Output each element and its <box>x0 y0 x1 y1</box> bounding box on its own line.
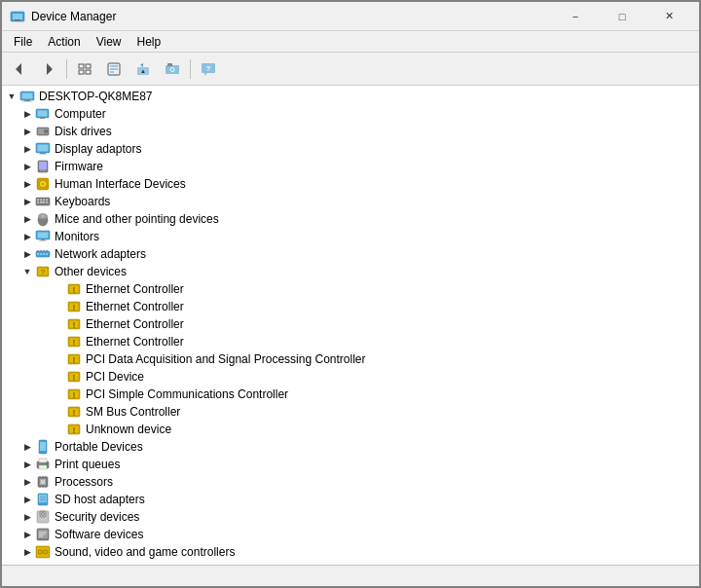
expand-disk[interactable]: ▶ <box>19 124 35 139</box>
svg-marker-4 <box>16 63 21 75</box>
svg-text:?: ? <box>206 64 211 73</box>
svg-rect-3 <box>13 20 22 21</box>
update-button[interactable]: ▲ <box>129 56 157 82</box>
svg-rect-103 <box>39 465 47 469</box>
svg-rect-23 <box>22 93 33 99</box>
expand-mice[interactable]: ▶ <box>19 211 35 227</box>
svg-rect-46 <box>43 200 45 202</box>
svg-point-42 <box>42 183 45 186</box>
tree-item-eth1[interactable]: ▶ ! Ethernet Controller <box>2 280 699 298</box>
expand-hid[interactable]: ▶ <box>19 176 35 192</box>
tree-item-monitors[interactable]: ▶ Monitors <box>2 228 699 245</box>
scan-button[interactable] <box>159 56 186 82</box>
back-button[interactable] <box>6 56 33 82</box>
tree-item-mice[interactable]: ▶ Mice and other pointing devices <box>2 210 699 228</box>
svg-text:!: ! <box>73 338 76 348</box>
close-button[interactable]: ✕ <box>646 2 691 31</box>
tree-item-firmware[interactable]: ▶ Firmware <box>2 158 699 175</box>
menu-action[interactable]: Action <box>40 33 88 51</box>
tree-item-pci-simple[interactable]: ▶ ! PCI Simple Communications Controller <box>2 386 699 403</box>
tree-item-root[interactable]: ▼ DESKTOP-QK8ME87 <box>2 88 699 105</box>
expand-computer[interactable]: ▶ <box>19 106 35 122</box>
tree-item-sd[interactable]: ▶ SD host adapters <box>2 491 699 508</box>
menu-view[interactable]: View <box>89 33 129 51</box>
separator-1 <box>66 59 67 79</box>
expand-root[interactable]: ▼ <box>4 89 19 104</box>
tree-item-unknown[interactable]: ▶ ! Unknown device <box>2 421 699 438</box>
expand-sd[interactable]: ▶ <box>19 492 35 507</box>
tree-item-display[interactable]: ▶ Display adaptors <box>2 140 699 158</box>
svg-rect-45 <box>40 200 42 202</box>
tree-item-other[interactable]: ▼ ? Other devices <box>2 263 699 280</box>
svg-rect-44 <box>37 200 39 202</box>
expand-network[interactable]: ▶ <box>19 246 35 262</box>
minimize-button[interactable]: − <box>553 2 598 31</box>
view-button[interactable] <box>71 56 98 82</box>
network-label: Network adapters <box>55 247 146 261</box>
svg-point-104 <box>46 463 48 465</box>
keyboards-label: Keyboards <box>55 195 110 208</box>
tree-item-pci-dev[interactable]: ▶ ! PCI Device <box>2 368 699 386</box>
expand-keyboards[interactable]: ▶ <box>19 194 35 209</box>
menu-file[interactable]: File <box>6 33 40 51</box>
proc-label: Processors <box>55 475 113 489</box>
mice-icon <box>35 211 51 227</box>
expand-portable[interactable]: ▶ <box>19 439 35 455</box>
svg-rect-6 <box>79 64 84 68</box>
expand-security[interactable]: ▶ <box>19 509 35 525</box>
tree-item-print[interactable]: ▶ Print queues <box>2 456 699 473</box>
eth1-label: Ethernet Controller <box>86 282 184 296</box>
tree-item-pci-acq[interactable]: ▶ ! PCI Data Acquisition and Signal Proc… <box>2 350 699 368</box>
security-icon <box>35 509 51 525</box>
svg-rect-63 <box>46 253 48 255</box>
svg-marker-20 <box>204 73 207 76</box>
expand-sound[interactable]: ▶ <box>19 544 35 560</box>
tree-item-software[interactable]: ▶ Software devices <box>2 526 699 543</box>
svg-rect-24 <box>24 100 30 101</box>
tree-item-computer[interactable]: ▶ Computer <box>2 105 699 123</box>
expand-proc[interactable]: ▶ <box>19 474 35 490</box>
svg-text:!: ! <box>73 320 76 330</box>
expand-monitors[interactable]: ▶ <box>19 229 35 244</box>
svg-text:!: ! <box>73 303 76 312</box>
tree-item-disk[interactable]: ▶ Disk drives <box>2 123 699 140</box>
tree-item-eth2[interactable]: ▶ ! Ethernet Controller <box>2 298 699 315</box>
expand-software[interactable]: ▶ <box>19 527 35 542</box>
maximize-button[interactable]: □ <box>600 2 645 31</box>
tree-item-eth3[interactable]: ▶ ! Ethernet Controller <box>2 315 699 333</box>
svg-rect-2 <box>15 19 20 21</box>
expand-firmware[interactable]: ▶ <box>19 159 35 174</box>
svg-text:!: ! <box>73 390 76 400</box>
svg-point-32 <box>45 130 47 132</box>
tree-item-eth4[interactable]: ▶ ! Ethernet Controller <box>2 333 699 350</box>
tree-item-hid[interactable]: ▶ Human Interface Devices <box>2 175 699 193</box>
tree-item-sound[interactable]: ▶ Sound, video and game controllers <box>2 543 699 561</box>
tree-item-sm-bus[interactable]: ▶ ! SM Bus Controller <box>2 403 699 421</box>
svg-rect-36 <box>39 154 47 155</box>
display-label: Display adaptors <box>55 142 141 156</box>
svg-rect-56 <box>38 233 49 239</box>
forward-button[interactable] <box>35 56 62 82</box>
help-button[interactable]: ? <box>195 56 222 82</box>
computer-folder-icon <box>35 106 51 122</box>
monitors-label: Monitors <box>55 230 99 243</box>
svg-rect-99 <box>40 442 46 451</box>
other-label: Other devices <box>55 265 127 278</box>
tree-item-security[interactable]: ▶ Security devices <box>2 508 699 526</box>
expand-print[interactable]: ▶ <box>19 457 35 472</box>
tree-item-portable[interactable]: ▶ Portable Devices <box>2 438 699 456</box>
tree-item-network[interactable]: ▶ Network adapters <box>2 245 699 263</box>
menu-help[interactable]: Help <box>129 33 169 51</box>
toolbar: ▲ ? <box>2 53 699 86</box>
properties-button[interactable] <box>100 56 128 82</box>
warning-eth1-icon: ! <box>66 281 82 297</box>
network-icon <box>35 246 51 262</box>
pci-simple-label: PCI Simple Communications Controller <box>86 387 288 401</box>
tree-item-keyboards[interactable]: ▶ Keyboards <box>2 193 699 210</box>
tree-item-proc[interactable]: ▶ Processors <box>2 473 699 491</box>
warning-eth3-icon: ! <box>66 316 82 332</box>
tree-view[interactable]: ▼ DESKTOP-QK8ME87 ▶ Compu <box>2 86 699 565</box>
expand-other[interactable]: ▼ <box>19 264 35 279</box>
svg-rect-1 <box>13 14 22 19</box>
expand-display[interactable]: ▶ <box>19 141 35 157</box>
